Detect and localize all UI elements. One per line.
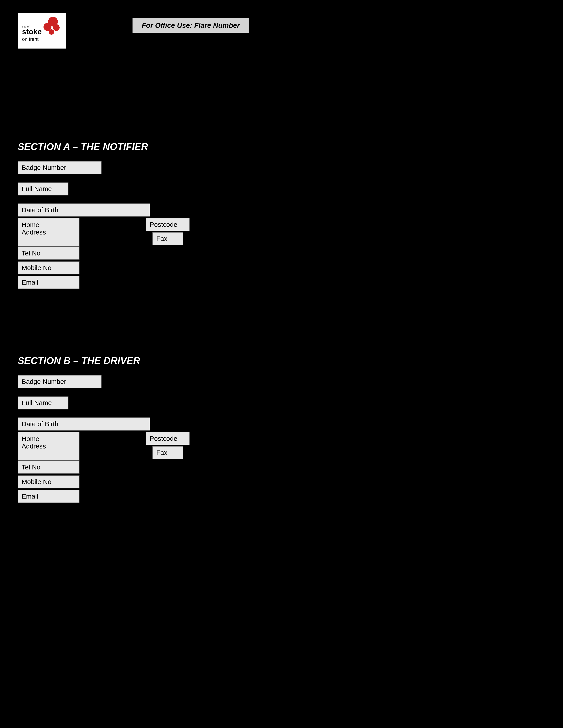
email-field-a[interactable]: Email — [18, 276, 79, 289]
address-section-a: Home Address Postcode Fax — [18, 218, 545, 247]
office-use-box: For Office Use: Flare Number — [132, 18, 249, 33]
full-name-row-b: Full Name — [18, 396, 545, 409]
dob-row-b: Date of Birth — [18, 417, 545, 431]
full-name-field-a[interactable]: Full Name — [18, 182, 68, 195]
email-row-a: Email — [18, 276, 545, 289]
postcode-field-a[interactable]: Postcode — [146, 218, 190, 231]
section-a-title: SECTION A – THE NOTIFIER — [18, 141, 545, 152]
header: city of stoke on trent For Office Use: F… — [18, 13, 545, 49]
dob-label-b: Date of Birth — [22, 420, 58, 428]
postcode-fax-group-a: Postcode Fax — [146, 218, 190, 245]
tel-no-field-b[interactable]: Tel No — [18, 461, 79, 474]
full-name-field-b[interactable]: Full Name — [18, 396, 68, 409]
badge-number-row-a: Badge Number — [18, 161, 545, 174]
tel-no-row-b: Tel No — [18, 461, 545, 474]
svg-point-2 — [53, 24, 60, 31]
address-col-a: Home Address — [18, 218, 79, 247]
full-name-label-b: Full Name — [22, 399, 52, 407]
badge-number-field-a[interactable]: Badge Number — [18, 161, 102, 174]
address-col-b: Home Address — [18, 432, 79, 461]
full-name-row-a: Full Name — [18, 182, 545, 195]
home-address-field-a[interactable]: Home Address — [18, 218, 79, 247]
mobile-no-label-b: Mobile No — [22, 478, 51, 486]
stoke-on-trent-logo: city of stoke on trent — [21, 15, 63, 46]
postcode-fax-group-b: Postcode Fax — [146, 432, 190, 459]
mobile-no-field-a[interactable]: Mobile No — [18, 261, 79, 274]
dob-field-a[interactable]: Date of Birth — [18, 203, 150, 217]
mobile-no-label-a: Mobile No — [22, 264, 51, 272]
email-label-b: Email — [22, 493, 38, 500]
email-row-b: Email — [18, 490, 545, 503]
office-use-label: For Office Use: Flare Number — [142, 21, 240, 30]
tel-no-row-a: Tel No — [18, 247, 545, 260]
fax-field-a[interactable]: Fax — [152, 232, 183, 245]
badge-number-label-a: Badge Number — [22, 164, 66, 171]
badge-number-row-b: Badge Number — [18, 375, 545, 388]
svg-point-3 — [49, 29, 54, 35]
mobile-no-field-b[interactable]: Mobile No — [18, 475, 79, 488]
logo-container: city of stoke on trent — [18, 13, 66, 49]
page: city of stoke on trent For Office Use: F… — [0, 0, 563, 728]
fax-label-b: Fax — [156, 449, 167, 456]
section-b: SECTION B – THE DRIVER Badge Number Full… — [18, 355, 545, 503]
dob-field-b[interactable]: Date of Birth — [18, 417, 150, 431]
postcode-label-a: Postcode — [150, 221, 177, 228]
tel-no-label-b: Tel No — [22, 463, 40, 471]
tel-no-label-a: Tel No — [22, 250, 40, 257]
badge-number-label-b: Badge Number — [22, 378, 66, 385]
full-name-label-a: Full Name — [22, 185, 52, 193]
postcode-field-b[interactable]: Postcode — [146, 432, 190, 445]
tel-no-field-a[interactable]: Tel No — [18, 247, 79, 260]
mobile-no-row-a: Mobile No — [18, 261, 545, 274]
svg-text:on trent: on trent — [22, 36, 39, 42]
fax-label-a: Fax — [156, 235, 167, 242]
badge-number-field-b[interactable]: Badge Number — [18, 375, 102, 388]
svg-text:stoke: stoke — [22, 27, 42, 36]
address-section-b: Home Address Postcode Fax — [18, 432, 545, 461]
home-address-field-b[interactable]: Home Address — [18, 432, 79, 461]
home-address-label-b: Home Address — [22, 435, 46, 450]
mobile-no-row-b: Mobile No — [18, 475, 545, 488]
fax-field-b[interactable]: Fax — [152, 446, 183, 459]
section-a: SECTION A – THE NOTIFIER Badge Number Fu… — [18, 141, 545, 289]
email-field-b[interactable]: Email — [18, 490, 79, 503]
dob-row-a: Date of Birth — [18, 203, 545, 217]
postcode-label-b: Postcode — [150, 435, 177, 442]
email-label-a: Email — [22, 279, 38, 286]
section-b-title: SECTION B – THE DRIVER — [18, 355, 545, 366]
dob-label-a: Date of Birth — [22, 206, 58, 214]
home-address-label-a: Home Address — [22, 221, 46, 236]
